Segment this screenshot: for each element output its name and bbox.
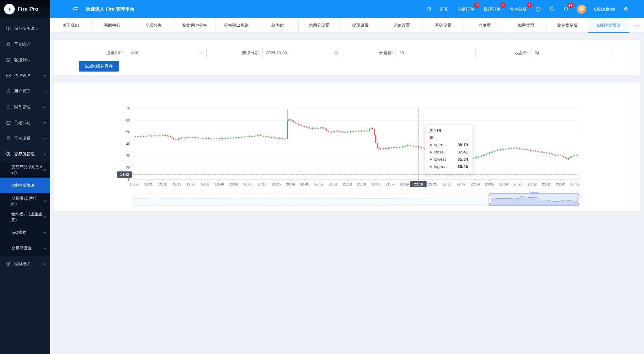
- search-icon[interactable]: [549, 6, 555, 12]
- chevron-up-icon: [43, 153, 46, 156]
- sidebar-item-label: 营销活动: [14, 120, 30, 126]
- sidebar-item[interactable]: 财务管理: [0, 99, 50, 115]
- topbar-link[interactable]: 充值订单9: [457, 6, 474, 12]
- svg-text:21:01: 21:01: [329, 182, 338, 186]
- gear-icon[interactable]: [623, 6, 629, 12]
- sidebar-subitem[interactable]: 期权模式 (秒合约): [0, 193, 50, 209]
- svg-text:22:38: 22:38: [442, 182, 451, 186]
- sidebar-subitem[interactable]: IEO模式: [0, 225, 50, 240]
- id-card-icon: [6, 73, 11, 78]
- open-price-input[interactable]: 20: [396, 48, 476, 58]
- sidebar-item-label: 平台统计: [14, 41, 30, 47]
- notifications-bell-icon[interactable]: 9+: [563, 6, 569, 12]
- sidebar-item[interactable]: 平台统计: [0, 36, 50, 52]
- generate-kline-button[interactable]: 生成K线并保存: [79, 61, 119, 72]
- main-area: 欢迎进入 Fire 管理平台 汇兑充值订单9提现订单1实名认证1 9+ t001…: [50, 0, 644, 354]
- tooltip-row-marker: [430, 144, 432, 146]
- sidebar-item[interactable]: 交易所管理: [0, 146, 50, 162]
- sidebar-item-label: 后台使用说明: [14, 26, 39, 31]
- open-price-value: 20: [399, 51, 404, 55]
- topbar-link[interactable]: 汇兑: [439, 6, 448, 12]
- coin-select[interactable]: KKK: [127, 48, 207, 58]
- tab-8[interactable]: 充值设置: [381, 18, 423, 32]
- tab-13-active[interactable]: K线控盘预设: [588, 18, 630, 32]
- tab-5[interactable]: 站内信: [257, 18, 299, 32]
- topbar-link[interactable]: 实名认证1: [510, 6, 527, 12]
- avatar[interactable]: [577, 5, 586, 14]
- candlestick-chart[interactable]: 1020304050607018:5219:0119:1019:1919:281…: [54, 83, 640, 211]
- topbar-link-badge: 1: [500, 3, 506, 8]
- tab-11[interactable]: 加密货币: [505, 18, 547, 32]
- sidebar-item[interactable]: 营销活动: [0, 115, 50, 131]
- svg-text:23:50: 23:50: [556, 182, 565, 186]
- svg-text:19:01: 19:01: [144, 182, 153, 186]
- tab-2[interactable]: 全员公告: [133, 18, 174, 32]
- sidebar-item-label: 客服对话: [14, 57, 30, 63]
- close-price-label: 收盘价:: [514, 50, 528, 56]
- sidebar-item-label: 用户管理: [14, 88, 30, 94]
- date-input[interactable]: 2025-10-08: [262, 48, 342, 58]
- sidebar-item[interactable]: 客服对话: [0, 52, 50, 68]
- sidebar-submenu: 交易产品 (调控插针)K线控盘预设期权模式 (秒合约)合约模式 (止盈止损)IE…: [0, 162, 50, 256]
- sidebar-subitem[interactable]: 交易产品 (调控插针): [0, 162, 50, 178]
- chevron-down-icon: [43, 215, 46, 219]
- close-price-input[interactable]: 24: [531, 48, 611, 58]
- close-price-field: 收盘价: 24: [495, 48, 631, 58]
- tab-12[interactable]: 黄金贵金属: [547, 18, 588, 32]
- tab-4[interactable]: 公告弹出规则: [216, 18, 257, 32]
- topbar-link-badge: 9: [474, 3, 479, 8]
- open-price-label: 开盘价:: [379, 50, 393, 56]
- tooltip-row-label: highest: [434, 164, 448, 169]
- svg-text:19:37: 19:37: [201, 182, 210, 186]
- tab-0[interactable]: 关于我们: [50, 18, 92, 32]
- coin-field: 控盘币种: KKK: [89, 48, 224, 58]
- sidebar-item[interactable]: 用户管理: [0, 83, 50, 99]
- tab-1[interactable]: 帮助中心: [92, 18, 133, 32]
- svg-text:23:41: 23:41: [542, 182, 551, 186]
- tab-3[interactable]: 指定用户公告: [174, 18, 216, 32]
- topbar-link[interactable]: 提现订单1: [484, 6, 501, 12]
- sidebar-subitem-label: K线控盘预设: [11, 183, 35, 188]
- tab-6[interactable]: 信用分设置: [299, 18, 340, 32]
- tooltip-rows: open38.19close37.41lowest35.34highest38.…: [430, 141, 468, 170]
- tooltip-row: open38.19: [430, 141, 468, 148]
- svg-text:20:52: 20:52: [314, 182, 323, 186]
- tooltip-time: 22:18: [430, 128, 468, 133]
- message-icon[interactable]: [535, 6, 541, 12]
- kline-chart-card: 1020304050607018:5219:0119:1019:1919:281…: [54, 83, 640, 211]
- svg-text:22:09: 22:09: [400, 182, 409, 186]
- tooltip-row-value: 38.45: [457, 164, 468, 169]
- sidebar-item[interactable]: 理财模式: [0, 256, 50, 272]
- sidebar-subitem[interactable]: 交易所设置: [0, 240, 50, 256]
- tabs-more-button[interactable]: ···: [630, 18, 644, 32]
- coin-select-value: KKK: [130, 51, 139, 55]
- bell-badge: 9+: [567, 3, 574, 8]
- svg-text:21:19: 21:19: [357, 182, 366, 186]
- sidebar-item[interactable]: 平台设置: [0, 131, 50, 146]
- refresh-icon[interactable]: [426, 7, 431, 12]
- sidebar-item[interactable]: 后台使用说明: [0, 21, 50, 36]
- date-value: 2025-10-08: [266, 51, 287, 55]
- chevron-down-icon: [199, 51, 203, 55]
- sidebar-subitem[interactable]: 合约模式 (止盈止损): [0, 209, 50, 225]
- sidebar-item-label: 代理管理: [14, 73, 30, 78]
- svg-text:19:46: 19:46: [215, 182, 224, 186]
- compass-icon: [6, 152, 11, 157]
- sidebar: Fire Pro 后台使用说明平台统计客服对话代理管理用户管理财务管理营销活动平…: [0, 0, 50, 354]
- topbar-link-label: 提现订单: [484, 7, 501, 12]
- svg-text:21:50: 21:50: [371, 182, 381, 186]
- page-welcome-title: 欢迎进入 Fire 管理平台: [86, 6, 135, 12]
- form-actions: 生成K线并保存: [54, 61, 640, 72]
- svg-text:19:10: 19:10: [158, 182, 167, 186]
- sidebar-collapse-icon[interactable]: [72, 6, 79, 13]
- chevron-down-icon: [43, 262, 46, 266]
- tab-10[interactable]: 自发币: [464, 18, 505, 32]
- sidebar-subitem-label: 期权模式 (秒合约): [11, 196, 43, 207]
- tab-7[interactable]: 提现设置: [340, 18, 381, 32]
- tab-9[interactable]: 基础设置: [423, 18, 464, 32]
- svg-text:70: 70: [126, 106, 130, 110]
- sidebar-subitem-active[interactable]: K线控盘预设: [0, 178, 50, 193]
- topbar-link-label: 充值订单: [457, 7, 474, 12]
- sidebar-item[interactable]: 代理管理: [0, 68, 50, 83]
- sidebar-item-label: 财务管理: [14, 104, 30, 110]
